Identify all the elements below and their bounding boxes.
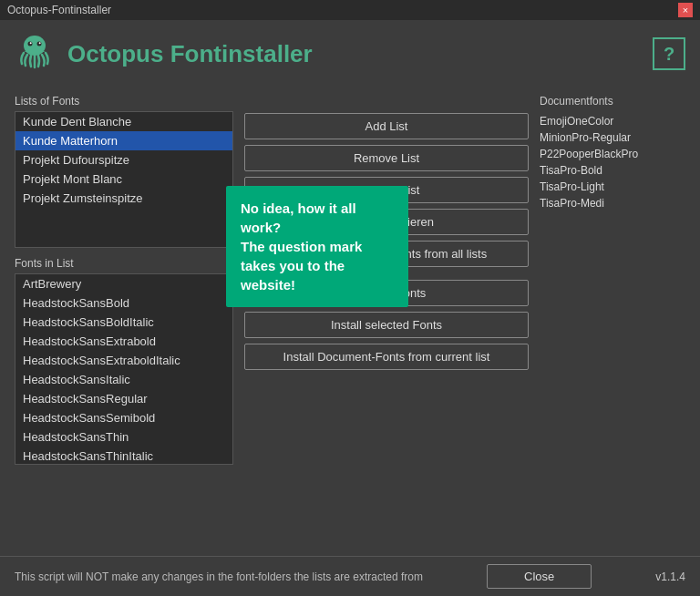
fonts-in-list-label: Fonts in List <box>15 257 233 270</box>
app-title: Octopus Fontinstaller <box>67 40 313 68</box>
right-panel: Documentfonts EmojiOneColor MinionPro-Re… <box>540 95 685 465</box>
octopus-icon <box>15 31 55 77</box>
document-fonts-label: Documentfonts <box>540 95 685 108</box>
header-left: Octopus Fontinstaller <box>15 31 313 77</box>
doc-font-item: TisaPro-Light <box>540 179 685 195</box>
lists-of-fonts-label: Lists of Fonts <box>15 95 233 108</box>
document-fonts-list: EmojiOneColor MinionPro-Regular P22Poope… <box>540 113 685 211</box>
install-selected-fonts-button[interactable]: Install selected Fonts <box>244 312 529 338</box>
remove-list-button[interactable]: Remove List <box>244 145 529 171</box>
font-list-item[interactable]: HeadstockSansRegular <box>15 389 232 408</box>
font-list-item[interactable]: HeadstockSansBoldItalic <box>15 313 232 332</box>
font-list-item[interactable]: HeadstockSansExtraboldItalic <box>15 351 232 370</box>
tooltip-text: No idea, how it all work?The question ma… <box>241 200 362 293</box>
add-list-button[interactable]: Add List <box>244 113 529 139</box>
close-button[interactable]: Close <box>487 564 592 589</box>
font-list-item[interactable]: HeadstockSansThin <box>15 427 232 447</box>
main-content: Lists of Fonts Kunde Dent Blanche Kunde … <box>0 87 700 472</box>
font-list-item[interactable]: ArtBrewery <box>15 274 232 293</box>
title-bar: Octopus-Fontinstaller × <box>0 0 700 20</box>
list-item[interactable]: Projekt Mont Blanc <box>15 170 232 189</box>
footer-note: This script will NOT make any changes in… <box>15 570 423 583</box>
font-list-item[interactable]: HeadstockSansThinItalic <box>15 447 232 465</box>
help-button[interactable]: ? <box>653 37 685 70</box>
font-list-item[interactable]: HeadstockSansExtrabold <box>15 332 232 351</box>
fonts-in-list-section: Fonts in List ArtBrewery HeadstockSansBo… <box>15 257 233 465</box>
version-label: v1.1.4 <box>655 570 685 583</box>
doc-font-item: TisaPro-Bold <box>540 162 685 179</box>
fonts-in-list-box: ArtBrewery HeadstockSansBold HeadstockSa… <box>15 273 233 465</box>
doc-font-item: MinionPro-Regular <box>540 129 685 146</box>
title-bar-text: Octopus-Fontinstaller <box>7 4 111 16</box>
svg-point-4 <box>39 42 41 44</box>
middle-panel: Add List Remove List Rename List Liste a… <box>244 95 529 465</box>
font-list-item[interactable]: HeadstockSansBold <box>15 293 232 313</box>
doc-font-item: EmojiOneColor <box>540 113 685 129</box>
header: Octopus Fontinstaller ? <box>0 20 700 87</box>
install-document-fonts-button[interactable]: Install Document-Fonts from current list <box>244 344 529 370</box>
doc-font-item: TisaPro-Medi <box>540 195 685 211</box>
list-item[interactable]: Projekt Dufourspitze <box>15 150 232 170</box>
list-item[interactable]: Projekt Zumsteinspitze <box>15 189 232 208</box>
lists-of-fonts-box: Kunde Dent Blanche Kunde Matterhorn Proj… <box>15 111 233 248</box>
list-item[interactable]: Kunde Matterhorn <box>15 131 232 150</box>
footer: This script will NOT make any changes in… <box>0 556 700 596</box>
font-list-item[interactable]: HeadstockSansItalic <box>15 370 232 389</box>
left-panel: Lists of Fonts Kunde Dent Blanche Kunde … <box>15 95 233 465</box>
doc-font-item: P22PooperBlackPro <box>540 146 685 162</box>
close-window-button[interactable]: × <box>678 3 693 17</box>
list-item[interactable]: Kunde Dent Blanche <box>15 112 232 131</box>
tooltip-popup: No idea, how it all work?The question ma… <box>226 186 408 307</box>
font-list-item[interactable]: HeadstockSansSemibold <box>15 408 232 427</box>
svg-point-3 <box>30 42 32 44</box>
